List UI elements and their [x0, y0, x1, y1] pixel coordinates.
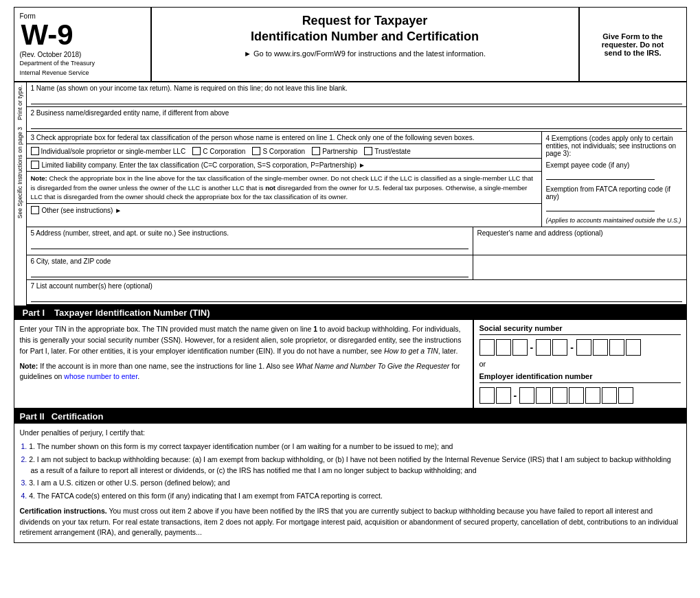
part1-tin-fields: Social security number - - — [473, 320, 686, 408]
llc-note: Note: Check the appropriate box in the l… — [27, 172, 541, 204]
checkbox-individual[interactable]: Individual/sole proprietor or single-mem… — [31, 147, 186, 155]
ein-box-5[interactable] — [552, 387, 567, 404]
ssn-box-6[interactable] — [576, 339, 591, 356]
checkbox-partnership[interactable]: Partnership — [312, 147, 357, 155]
ssn-boxes: - - — [479, 339, 681, 356]
ein-box-4[interactable] — [536, 387, 551, 404]
city-row: 6 City, state, and ZIP code — [27, 255, 686, 280]
checkbox-partnership-label: Partnership — [322, 148, 357, 155]
part1-content: Enter your TIN in the appropriate box. T… — [14, 320, 686, 409]
cert2-number: 2. — [21, 455, 27, 463]
line1-input[interactable] — [31, 93, 682, 104]
ein-dash: - — [512, 390, 519, 401]
exempt-payee-input[interactable] — [546, 170, 655, 180]
llc-label: Limited liability company. Enter the tax… — [42, 161, 365, 169]
dept-line1: Department of the Treasury — [20, 60, 145, 68]
ssn-dash-2: - — [569, 342, 575, 353]
cert-instructions: Certification instructions. You must cro… — [20, 506, 681, 538]
checkbox-c-corp[interactable]: C Corporation — [192, 147, 245, 155]
line4-header: 4 Exemptions (codes apply only to certai… — [546, 135, 682, 157]
cert2-text: 2. I am not subject to backup withholdin… — [29, 455, 670, 474]
ssn-box-8[interactable] — [609, 339, 624, 356]
other-label: Other (see instructions) ► — [42, 207, 122, 214]
checkbox-trust[interactable]: Trust/estate — [364, 147, 410, 155]
sidebar-text-1: Print or type. — [16, 85, 23, 120]
line7-input[interactable] — [31, 291, 682, 302]
w9-form: Form W-9 (Rev. October 2018) Department … — [14, 7, 687, 543]
ssn-box-4[interactable] — [536, 339, 551, 356]
part2-intro: Under penalties of perjury, I certify th… — [20, 428, 681, 439]
checkbox-box-individual[interactable] — [31, 147, 39, 155]
ssn-box-5[interactable] — [552, 339, 567, 356]
ssn-box-9[interactable] — [626, 339, 641, 356]
line1-label: 1 Name (as shown on your income tax retu… — [31, 84, 682, 92]
line7-label: 7 List account number(s) here (optional) — [31, 282, 682, 290]
cert4-number: 4. — [21, 492, 27, 500]
ein-boxes: - — [479, 387, 681, 404]
line3-header: 3 Check appropriate box for federal tax … — [27, 132, 541, 144]
line5-label: 5 Address (number, street, and apt. or s… — [31, 229, 468, 237]
header-left: Form W-9 (Rev. October 2018) Department … — [14, 8, 152, 81]
part2-label: Part II — [20, 411, 45, 422]
part1-text: Enter your TIN in the appropriate box. T… — [20, 324, 467, 356]
ein-box-6[interactable] — [569, 387, 584, 404]
ein-group1 — [479, 387, 511, 404]
checkbox-trust-label: Trust/estate — [374, 148, 410, 155]
llc-note-bold: Note: — [31, 174, 47, 182]
ein-box-8[interactable] — [602, 387, 617, 404]
ssn-box-3[interactable] — [512, 339, 528, 356]
line5-input[interactable] — [31, 238, 468, 249]
ssn-group2 — [536, 339, 567, 356]
line6-input[interactable] — [31, 266, 468, 277]
ein-box-1[interactable] — [479, 387, 495, 404]
ssn-box-7[interactable] — [593, 339, 608, 356]
requester-label: Requester's name and address (optional) — [477, 229, 682, 237]
checkbox-box-other[interactable] — [31, 206, 39, 214]
ein-box-7[interactable] — [585, 387, 600, 404]
line3-container: 3 Check appropriate box for federal tax … — [27, 132, 686, 227]
header-right: Give Form to the requester. Do not send … — [580, 8, 686, 81]
line6-field: 6 City, state, and ZIP code — [27, 255, 473, 279]
ssn-label: Social security number — [479, 324, 681, 335]
form-title: Request for Taxpayer Identification Numb… — [159, 13, 572, 45]
llc-row: Limited liability company. Enter the tax… — [27, 159, 541, 172]
checkbox-box-partnership[interactable] — [312, 147, 320, 155]
part2-content: Under penalties of perjury, I certify th… — [14, 424, 686, 542]
part1-note: Note: If the account is in more than one… — [20, 361, 467, 383]
line1-field: 1 Name (as shown on your income tax retu… — [27, 82, 686, 107]
checkbox-c-corp-label: C Corporation — [203, 148, 245, 155]
llc-note-text: Check the appropriate box in the line ab… — [31, 174, 533, 200]
ein-box-9[interactable] — [618, 387, 633, 404]
fatca-input[interactable] — [546, 202, 655, 211]
requester-field: Requester's name and address (optional) — [473, 227, 686, 255]
ssn-dash-1: - — [529, 342, 535, 353]
sidebar-text-2: See Specific Instructions on page 3 — [16, 127, 23, 218]
ein-box-3[interactable] — [519, 387, 534, 404]
ssn-box-1[interactable] — [479, 339, 495, 356]
cert-instructions-text: You must cross out item 2 above if you h… — [20, 507, 679, 537]
header-center: Request for Taxpayer Identification Numb… — [152, 8, 580, 81]
checkbox-s-corp[interactable]: S Corporation — [252, 147, 305, 155]
irs-link: ► Go to www.irs.gov/FormW9 for instructi… — [159, 49, 572, 58]
cert-item-2: 2. 2. I am not subject to backup withhol… — [21, 455, 681, 476]
part1-description: Enter your TIN in the appropriate box. T… — [14, 320, 473, 408]
cert-item-4: 4. 4. The FATCA code(s) entered on this … — [21, 491, 681, 502]
dept-line2: Internal Revenue Service — [20, 69, 145, 78]
exemptions-panel: 4 Exemptions (codes apply only to certai… — [542, 132, 686, 227]
line2-input[interactable] — [31, 118, 682, 129]
cert-item-3: 3. 3. I am a U.S. citizen or other U.S. … — [21, 478, 681, 489]
exempt-payee-label: Exempt payee code (if any) — [546, 161, 682, 169]
form-title-block: Form W-9 — [20, 12, 145, 49]
checkbox-box-llc[interactable] — [31, 161, 39, 169]
checkbox-box-trust[interactable] — [364, 147, 372, 155]
main-content: 1 Name (as shown on your income tax retu… — [27, 82, 686, 306]
checkbox-box-s-corp[interactable] — [252, 147, 260, 155]
cert-instructions-bold: Certification instructions. — [20, 507, 107, 515]
checkboxes-row: Individual/sole proprietor or single-mem… — [27, 144, 541, 159]
ssn-box-2[interactable] — [496, 339, 511, 356]
ein-box-2[interactable] — [496, 387, 511, 404]
cert4-text: 4. The FATCA code(s) entered on this for… — [29, 492, 383, 500]
checkbox-box-c-corp[interactable] — [192, 147, 201, 155]
cert-list: 1. 1. The number shown on this form is m… — [20, 441, 681, 502]
or-text: or — [479, 360, 681, 368]
